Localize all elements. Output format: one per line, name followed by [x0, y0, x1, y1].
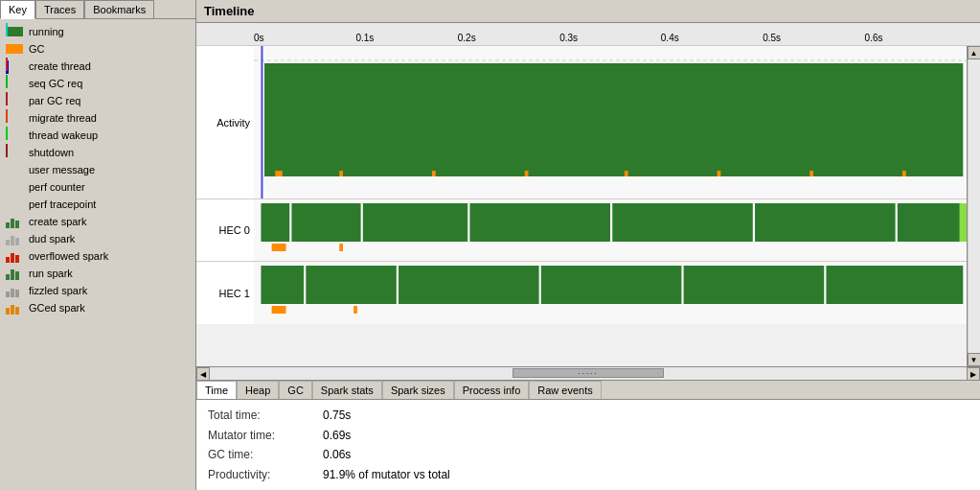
- key-run-spark-label: run spark: [29, 268, 73, 279]
- scroll-track-h[interactable]: ·····: [210, 367, 967, 380]
- svg-rect-10: [11, 219, 14, 228]
- svg-rect-8: [6, 144, 8, 157]
- svg-rect-54: [397, 266, 399, 304]
- svg-rect-24: [6, 308, 10, 315]
- svg-rect-53: [304, 266, 306, 304]
- hec1-track: HEC 1: [196, 262, 967, 324]
- hec1-label: HEC 1: [196, 288, 254, 299]
- right-panel: Timeline 0s 0.1s 0.2s 0.3s 0.4s 0.5s 0.6…: [196, 0, 980, 490]
- svg-rect-58: [272, 306, 286, 314]
- tab-heap[interactable]: Heap: [237, 381, 279, 399]
- ruler-mark-0: 0s: [254, 33, 264, 43]
- svg-rect-14: [15, 238, 19, 245]
- svg-rect-29: [261, 46, 262, 198]
- ruler-mark-01: 0.1s: [355, 33, 374, 43]
- key-gced-spark-label: GCed spark: [29, 302, 85, 314]
- svg-rect-48: [272, 244, 286, 251]
- svg-rect-47: [896, 203, 898, 242]
- tab-gc[interactable]: GC: [279, 381, 312, 399]
- activity-track: Activity: [196, 46, 967, 199]
- key-create-thread: create thread: [2, 58, 194, 75]
- info-total-time-label: Total time:: [208, 406, 323, 425]
- key-fizzled-spark-label: fizzled spark: [29, 285, 87, 296]
- svg-rect-23: [15, 290, 19, 297]
- bottom-tabs-bar: Time Heap GC Spark stats Spark sizes Pro…: [196, 380, 980, 400]
- svg-rect-11: [15, 221, 19, 228]
- vertical-scrollbar: ▲ ▼: [967, 46, 980, 366]
- info-total-time-row: Total time: 0.75s: [208, 406, 969, 425]
- info-mutator-time-label: Mutator time:: [208, 426, 323, 445]
- hec0-canvas[interactable]: [254, 199, 967, 261]
- run-spark-icon: [6, 267, 23, 280]
- key-run-spark: run spark: [2, 265, 194, 282]
- tab-spark-stats[interactable]: Spark stats: [312, 381, 382, 399]
- svg-rect-20: [15, 271, 19, 280]
- key-migrate-thread-label: migrate thread: [29, 112, 97, 124]
- key-user-message-label: user message: [29, 164, 95, 175]
- key-create-spark: create spark: [2, 213, 194, 230]
- svg-rect-37: [718, 171, 721, 176]
- create-spark-icon: [6, 215, 23, 228]
- scroll-up-button[interactable]: ▲: [968, 46, 981, 59]
- svg-rect-50: [960, 203, 967, 242]
- scroll-down-button[interactable]: ▼: [968, 353, 981, 366]
- key-seq-gc-req-label: seq GC req: [29, 78, 82, 89]
- svg-rect-31: [264, 63, 285, 176]
- key-running-label: running: [29, 26, 64, 37]
- svg-rect-36: [625, 171, 628, 176]
- svg-rect-21: [6, 292, 10, 297]
- svg-rect-17: [15, 255, 19, 263]
- key-migrate-thread: migrate thread: [2, 109, 194, 127]
- svg-rect-4: [6, 75, 8, 88]
- hec0-track: HEC 0: [196, 199, 967, 262]
- scroll-right-button[interactable]: ▶: [967, 367, 980, 380]
- info-gc-time-row: GC time: 0.06s: [208, 445, 969, 464]
- ruler-mark-06: 0.6s: [865, 33, 883, 43]
- svg-rect-16: [11, 253, 14, 263]
- scroll-track-v[interactable]: [969, 59, 980, 353]
- hec0-label: HEC 0: [196, 224, 254, 236]
- activity-label: Activity: [196, 117, 254, 128]
- key-dud-spark: dud spark: [2, 230, 194, 247]
- svg-rect-45: [610, 203, 612, 242]
- svg-rect-39: [902, 171, 906, 176]
- tab-bar: Key Traces Bookmarks: [0, 0, 195, 19]
- svg-rect-57: [824, 266, 826, 304]
- info-productivity-label: Productivity:: [208, 465, 323, 484]
- tracks-container: Activity: [196, 46, 980, 366]
- svg-rect-30: [264, 63, 963, 176]
- activity-canvas[interactable]: [254, 46, 967, 198]
- ruler-scrollbar-spacer: [967, 23, 980, 45]
- svg-rect-59: [353, 306, 357, 314]
- svg-rect-26: [15, 307, 19, 315]
- key-perf-counter: perf counter: [2, 178, 194, 196]
- horizontal-scrollbar: ◀ ····· ▶: [196, 366, 980, 380]
- svg-rect-22: [11, 289, 14, 297]
- tab-traces[interactable]: Traces: [35, 0, 84, 18]
- key-user-message: user message: [2, 161, 194, 178]
- tab-time[interactable]: Time: [196, 381, 237, 399]
- tab-process-info[interactable]: Process info: [454, 381, 530, 399]
- info-productivity-row: Productivity: 91.9% of mutator vs total: [208, 465, 969, 484]
- svg-rect-13: [11, 236, 14, 245]
- key-thread-wakeup-label: thread wakeup: [29, 129, 98, 141]
- svg-rect-6: [6, 109, 8, 123]
- dud-spark-icon: [6, 232, 23, 245]
- svg-rect-38: [809, 171, 813, 176]
- scroll-left-button[interactable]: ◀: [196, 367, 210, 380]
- tab-key[interactable]: Key: [0, 0, 35, 19]
- left-panel: Key Traces Bookmarks running GC create t…: [0, 0, 196, 490]
- tab-raw-events[interactable]: Raw events: [529, 381, 601, 399]
- info-total-time-value: 0.75s: [323, 406, 351, 425]
- svg-rect-7: [6, 127, 8, 140]
- ruler-mark-05: 0.5s: [763, 33, 781, 43]
- gced-spark-icon: [6, 301, 23, 315]
- key-dud-spark-label: dud spark: [29, 233, 75, 245]
- tracks-scroll: Activity: [196, 46, 967, 366]
- scrollbar-thumb-h[interactable]: ·····: [513, 368, 664, 378]
- tab-spark-sizes[interactable]: Spark sizes: [382, 381, 454, 399]
- tab-bookmarks[interactable]: Bookmarks: [84, 0, 154, 18]
- info-mutator-time-row: Mutator time: 0.69s: [208, 426, 969, 445]
- info-productivity-value: 91.9% of mutator vs total: [323, 465, 450, 484]
- hec1-canvas[interactable]: [254, 262, 967, 324]
